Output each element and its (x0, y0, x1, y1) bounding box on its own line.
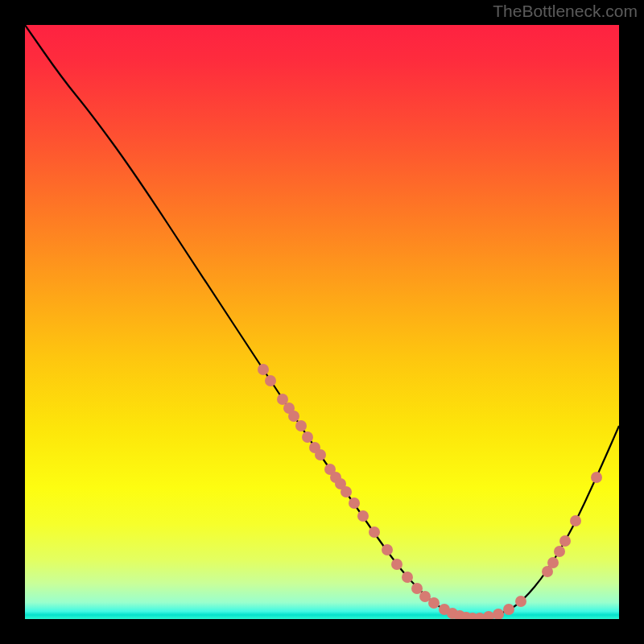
data-dot (483, 611, 494, 619)
data-dot (288, 411, 299, 422)
data-dot (547, 557, 559, 568)
data-dot (341, 486, 352, 497)
data-dot (402, 572, 413, 583)
data-dot (391, 559, 402, 570)
data-dot (382, 544, 393, 555)
main-curve (25, 25, 619, 618)
data-dot (357, 510, 369, 522)
data-dot (315, 449, 326, 460)
data-dot (265, 375, 276, 386)
watermark-label: TheBottleneck.com (493, 2, 638, 21)
data-dots (258, 364, 602, 619)
data-dot (493, 609, 504, 619)
curve-layer (25, 25, 619, 619)
plot-area (25, 25, 619, 619)
data-dot (559, 535, 571, 547)
data-dot (349, 497, 360, 509)
data-dot (302, 431, 313, 443)
data-dot (570, 515, 581, 526)
data-dot (369, 526, 380, 538)
data-dot (258, 364, 269, 375)
chart-stage: TheBottleneck.com (0, 0, 644, 644)
data-dot (411, 583, 423, 594)
data-dot (295, 420, 307, 431)
data-dot (591, 472, 602, 483)
data-dot (554, 546, 565, 557)
data-dot (515, 596, 526, 607)
data-dot (428, 597, 440, 609)
data-dot (503, 604, 514, 615)
